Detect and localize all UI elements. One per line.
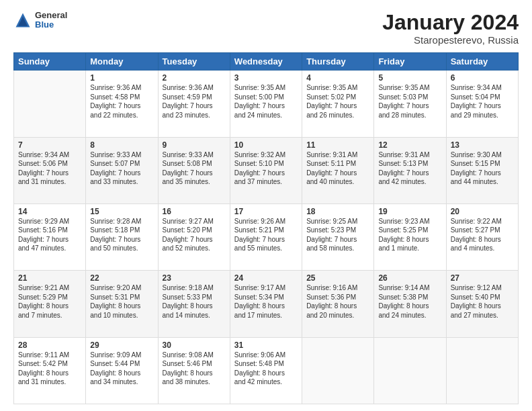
calendar-cell: 24Sunrise: 9:17 AM Sunset: 5:34 PM Dayli… [230, 271, 302, 337]
calendar-header-row: SundayMondayTuesdayWednesdayThursdayFrid… [14, 53, 519, 71]
calendar-cell: 10Sunrise: 9:32 AM Sunset: 5:10 PM Dayli… [230, 137, 302, 203]
calendar-cell: 29Sunrise: 9:09 AM Sunset: 5:44 PM Dayli… [86, 337, 158, 404]
day-number: 1 [90, 73, 153, 83]
day-number: 14 [18, 207, 81, 216]
calendar-cell: 26Sunrise: 9:14 AM Sunset: 5:38 PM Dayli… [374, 271, 446, 337]
day-number: 26 [378, 273, 441, 283]
calendar-cell: 8Sunrise: 9:33 AM Sunset: 5:07 PM Daylig… [86, 137, 158, 203]
day-number: 10 [234, 140, 298, 150]
day-number: 30 [163, 340, 226, 350]
day-info: Sunrise: 9:16 AM Sunset: 5:36 PM Dayligh… [306, 283, 369, 320]
day-number: 9 [163, 140, 226, 150]
logo: General Blue [13, 11, 67, 30]
calendar-cell: 12Sunrise: 9:31 AM Sunset: 5:13 PM Dayli… [374, 137, 446, 203]
day-info: Sunrise: 9:31 AM Sunset: 5:11 PM Dayligh… [306, 150, 369, 187]
calendar-cell: 19Sunrise: 9:23 AM Sunset: 5:25 PM Dayli… [374, 203, 446, 270]
day-header-friday: Friday [374, 53, 446, 71]
calendar-week-5: 28Sunrise: 9:11 AM Sunset: 5:42 PM Dayli… [14, 337, 519, 404]
day-number: 24 [234, 273, 298, 283]
day-info: Sunrise: 9:34 AM Sunset: 5:06 PM Dayligh… [18, 150, 81, 187]
calendar-week-1: 1Sunrise: 9:36 AM Sunset: 4:58 PM Daylig… [14, 71, 519, 137]
day-number: 4 [306, 73, 369, 83]
day-header-sunday: Sunday [14, 53, 86, 71]
day-info: Sunrise: 9:28 AM Sunset: 5:18 PM Dayligh… [90, 217, 153, 253]
day-header-monday: Monday [86, 53, 158, 71]
logo-text: General Blue [35, 11, 67, 30]
page: General Blue January 2024 Staropesterevo… [0, 0, 532, 411]
day-number: 3 [234, 73, 298, 83]
day-number: 16 [163, 207, 226, 216]
day-info: Sunrise: 9:30 AM Sunset: 5:15 PM Dayligh… [451, 150, 514, 187]
day-number: 22 [90, 273, 153, 283]
calendar-table: SundayMondayTuesdayWednesdayThursdayFrid… [13, 52, 519, 404]
day-info: Sunrise: 9:32 AM Sunset: 5:10 PM Dayligh… [234, 150, 298, 187]
calendar-cell: 7Sunrise: 9:34 AM Sunset: 5:06 PM Daylig… [14, 137, 86, 203]
title-block: January 2024 Staropesterevo, Russia [382, 11, 519, 46]
calendar-cell: 28Sunrise: 9:11 AM Sunset: 5:42 PM Dayli… [14, 337, 86, 404]
calendar-cell: 22Sunrise: 9:20 AM Sunset: 5:31 PM Dayli… [86, 271, 158, 337]
calendar-cell: 2Sunrise: 9:36 AM Sunset: 4:59 PM Daylig… [158, 71, 230, 137]
day-info: Sunrise: 9:23 AM Sunset: 5:25 PM Dayligh… [378, 217, 441, 253]
day-info: Sunrise: 9:09 AM Sunset: 5:44 PM Dayligh… [90, 351, 153, 387]
day-number: 23 [163, 273, 226, 283]
day-info: Sunrise: 9:18 AM Sunset: 5:33 PM Dayligh… [163, 283, 226, 320]
day-info: Sunrise: 9:26 AM Sunset: 5:21 PM Dayligh… [234, 217, 298, 253]
calendar-cell: 18Sunrise: 9:25 AM Sunset: 5:23 PM Dayli… [302, 203, 374, 270]
calendar-cell: 5Sunrise: 9:35 AM Sunset: 5:03 PM Daylig… [374, 71, 446, 137]
day-info: Sunrise: 9:21 AM Sunset: 5:29 PM Dayligh… [18, 283, 81, 320]
calendar-cell: 13Sunrise: 9:30 AM Sunset: 5:15 PM Dayli… [446, 137, 518, 203]
calendar-cell: 11Sunrise: 9:31 AM Sunset: 5:11 PM Dayli… [302, 137, 374, 203]
day-number: 31 [234, 340, 298, 350]
day-header-wednesday: Wednesday [230, 53, 302, 71]
day-number: 12 [378, 140, 441, 150]
day-number: 5 [378, 73, 441, 83]
day-number: 11 [306, 140, 369, 150]
day-number: 28 [18, 340, 81, 350]
day-info: Sunrise: 9:08 AM Sunset: 5:46 PM Dayligh… [163, 351, 226, 387]
calendar-cell: 15Sunrise: 9:28 AM Sunset: 5:18 PM Dayli… [86, 203, 158, 270]
day-number: 21 [18, 273, 81, 283]
day-number: 6 [451, 73, 514, 83]
day-number: 17 [234, 207, 298, 216]
day-info: Sunrise: 9:25 AM Sunset: 5:23 PM Dayligh… [306, 217, 369, 253]
day-number: 20 [451, 207, 514, 216]
calendar-cell: 6Sunrise: 9:34 AM Sunset: 5:04 PM Daylig… [446, 71, 518, 137]
calendar-cell [374, 337, 446, 404]
calendar-week-2: 7Sunrise: 9:34 AM Sunset: 5:06 PM Daylig… [14, 137, 519, 203]
day-number: 27 [451, 273, 514, 283]
day-info: Sunrise: 9:34 AM Sunset: 5:04 PM Dayligh… [451, 83, 514, 120]
day-number: 29 [90, 340, 153, 350]
calendar-cell [446, 337, 518, 404]
day-number: 8 [90, 140, 153, 150]
logo-general: General [35, 11, 67, 20]
day-info: Sunrise: 9:17 AM Sunset: 5:34 PM Dayligh… [234, 283, 298, 320]
day-number: 7 [18, 140, 81, 150]
day-number: 13 [451, 140, 514, 150]
calendar-cell [14, 71, 86, 137]
day-header-tuesday: Tuesday [158, 53, 230, 71]
calendar-cell: 25Sunrise: 9:16 AM Sunset: 5:36 PM Dayli… [302, 271, 374, 337]
calendar-cell: 3Sunrise: 9:35 AM Sunset: 5:00 PM Daylig… [230, 71, 302, 137]
calendar-cell: 17Sunrise: 9:26 AM Sunset: 5:21 PM Dayli… [230, 203, 302, 270]
calendar-cell: 4Sunrise: 9:35 AM Sunset: 5:02 PM Daylig… [302, 71, 374, 137]
day-number: 25 [306, 273, 369, 283]
day-info: Sunrise: 9:35 AM Sunset: 5:00 PM Dayligh… [234, 83, 298, 120]
day-info: Sunrise: 9:36 AM Sunset: 4:58 PM Dayligh… [90, 83, 153, 120]
calendar-cell: 1Sunrise: 9:36 AM Sunset: 4:58 PM Daylig… [86, 71, 158, 137]
day-info: Sunrise: 9:06 AM Sunset: 5:48 PM Dayligh… [234, 351, 298, 387]
day-info: Sunrise: 9:35 AM Sunset: 5:03 PM Dayligh… [378, 83, 441, 120]
calendar-cell: 31Sunrise: 9:06 AM Sunset: 5:48 PM Dayli… [230, 337, 302, 404]
logo-icon [13, 11, 32, 30]
day-info: Sunrise: 9:36 AM Sunset: 4:59 PM Dayligh… [163, 83, 226, 120]
calendar-cell: 20Sunrise: 9:22 AM Sunset: 5:27 PM Dayli… [446, 203, 518, 270]
calendar-week-4: 21Sunrise: 9:21 AM Sunset: 5:29 PM Dayli… [14, 271, 519, 337]
calendar-cell: 9Sunrise: 9:33 AM Sunset: 5:08 PM Daylig… [158, 137, 230, 203]
day-header-thursday: Thursday [302, 53, 374, 71]
day-info: Sunrise: 9:11 AM Sunset: 5:42 PM Dayligh… [18, 351, 81, 387]
calendar-cell: 16Sunrise: 9:27 AM Sunset: 5:20 PM Dayli… [158, 203, 230, 270]
day-info: Sunrise: 9:12 AM Sunset: 5:40 PM Dayligh… [451, 283, 514, 320]
day-info: Sunrise: 9:22 AM Sunset: 5:27 PM Dayligh… [451, 217, 514, 253]
day-info: Sunrise: 9:14 AM Sunset: 5:38 PM Dayligh… [378, 283, 441, 320]
day-info: Sunrise: 9:35 AM Sunset: 5:02 PM Dayligh… [306, 83, 369, 120]
calendar-cell [302, 337, 374, 404]
